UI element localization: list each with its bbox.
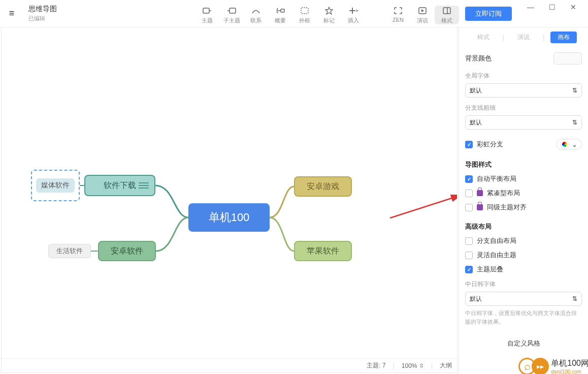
svg-rect-5 (301, 8, 308, 14)
tool-format[interactable]: 格式 (435, 6, 459, 24)
play-icon (410, 6, 435, 16)
rainbow-icon (561, 140, 569, 148)
branch-width-label: 分支线粗细 (465, 104, 582, 112)
notes-icon (139, 180, 149, 191)
tool-marker[interactable]: 标记 (317, 6, 341, 24)
boundary-icon (292, 6, 317, 16)
chevron-down-icon: ⌄ (572, 141, 577, 148)
topic-icon (195, 6, 219, 16)
svg-rect-9 (443, 8, 450, 14)
subtopic-icon (219, 6, 244, 16)
statusbar: 主题: 7 | 100% ⇳ | 大纲 (2, 358, 457, 372)
format-panel: 样式 | 演说 | 画布 背景颜色 全局字体 默认⇅ 分支线粗细 默认⇅ 彩虹分… (459, 27, 588, 374)
adv-layout-title: 高级布局 (465, 222, 582, 231)
tool-boundary[interactable]: 外框 (292, 6, 317, 24)
zen-icon (386, 6, 410, 16)
close-button[interactable]: ✕ (563, 0, 584, 14)
star-icon (317, 6, 341, 16)
minimize-button[interactable]: — (520, 0, 541, 14)
menu-button[interactable]: ≡ (4, 8, 19, 19)
rainbow-checkbox[interactable] (465, 141, 473, 148)
watermark: ⌕ ▸▸ 单机100网 danji100.com (518, 358, 588, 374)
canvas[interactable]: 单机100 软件下载 媒体软件 安卓软件 生活软件 安卓游戏 苹果软件 主题: … (1, 27, 458, 373)
chevron-updown-icon: ⇅ (572, 87, 577, 94)
edit-status: 已编辑 (28, 15, 57, 22)
tool-zen[interactable]: ZEN (386, 6, 410, 23)
document-title: 思维导图 (28, 5, 57, 14)
title-block: 思维导图 已编辑 (28, 5, 57, 22)
lock-icon (477, 190, 483, 196)
tool-relation[interactable]: 联系 (244, 6, 268, 24)
lock-icon (477, 204, 483, 210)
custom-style-button[interactable]: 自定义风格 (465, 336, 582, 351)
summary-icon (268, 6, 292, 16)
subscribe-button[interactable]: 立即订阅 (465, 7, 512, 21)
panel-icon (435, 6, 459, 16)
global-font-select[interactable]: 默认⇅ (465, 83, 582, 98)
tool-topic[interactable]: 主题 (195, 6, 219, 24)
maximize-button[interactable]: ☐ (541, 0, 563, 14)
free-branch-checkbox[interactable] (465, 237, 473, 245)
svg-rect-4 (281, 9, 284, 12)
zoom-level[interactable]: 100% ⇳ (402, 362, 424, 369)
node-center[interactable]: 单机100 (188, 203, 270, 232)
tool-insert[interactable]: 插入 (341, 6, 366, 24)
topic-overlap-checkbox[interactable] (465, 266, 473, 273)
map-style-title: 导图样式 (465, 160, 582, 169)
align-siblings-checkbox[interactable] (465, 204, 473, 211)
node-apple-software[interactable]: 苹果软件 (294, 241, 352, 261)
outline-toggle[interactable]: 大纲 (440, 361, 452, 370)
auto-balance-checkbox[interactable] (465, 175, 473, 183)
node-android-software[interactable]: 安卓软件 (98, 241, 156, 261)
rainbow-selector[interactable]: ⌄ (556, 139, 582, 150)
rainbow-label: 彩虹分支 (477, 140, 503, 149)
tool-present[interactable]: 演说 (410, 6, 435, 24)
relation-icon (244, 6, 268, 16)
compact-checkbox[interactable] (465, 190, 473, 197)
tab-canvas[interactable]: 画布 (550, 32, 577, 43)
bg-color-swatch[interactable] (553, 52, 582, 65)
svg-line-11 (390, 195, 457, 218)
tab-present[interactable]: 演说 (510, 32, 537, 43)
svg-rect-3 (230, 8, 236, 13)
cjk-font-label: 中日韩字体 (465, 280, 582, 289)
node-media-software[interactable]: 媒体软件 (36, 178, 75, 193)
tool-subtopic[interactable]: 子主题 (219, 6, 244, 24)
chevron-updown-icon: ⇅ (572, 295, 577, 302)
cjk-font-select[interactable]: 默认⇅ (465, 292, 582, 306)
annotation-arrow (387, 190, 457, 221)
plus-icon (341, 6, 366, 16)
svg-rect-0 (203, 8, 209, 13)
flex-topic-checkbox[interactable] (465, 252, 473, 259)
chevron-updown-icon: ⇅ (572, 119, 577, 126)
tool-summary[interactable]: 概要 (268, 6, 292, 24)
topic-count: 主题: 7 (367, 361, 385, 370)
node-life-software[interactable]: 生活软件 (48, 244, 91, 258)
bg-color-label: 背景颜色 (465, 54, 492, 63)
cjk-hint: 中日韩字体，设置后将优化与西文字体混合排版的字体效果。 (465, 309, 582, 326)
global-font-label: 全局字体 (465, 72, 582, 80)
tab-style[interactable]: 样式 (470, 32, 497, 43)
node-android-games[interactable]: 安卓游戏 (294, 176, 352, 197)
branch-width-select[interactable]: 默认⇅ (465, 115, 582, 130)
node-media-software-boundary[interactable]: 媒体软件 (31, 170, 80, 201)
